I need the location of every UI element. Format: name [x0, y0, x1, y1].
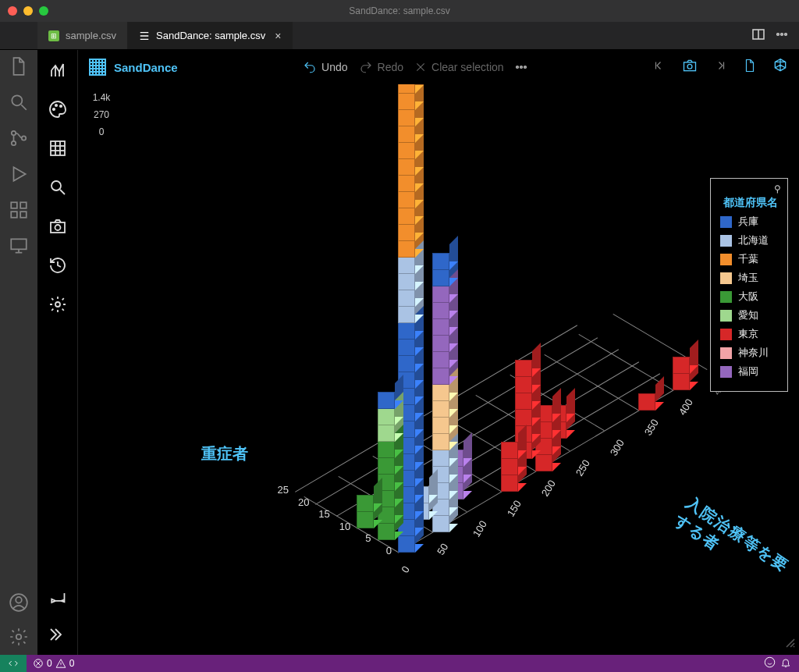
search-icon[interactable] [9, 92, 29, 112]
legend-item[interactable]: 福岡 [720, 364, 778, 379]
settings-icon[interactable] [48, 295, 67, 314]
data-cube[interactable] [432, 335, 449, 352]
maximize-icon[interactable] [39, 6, 48, 16]
data-cube[interactable] [535, 454, 552, 471]
history-icon[interactable] [48, 256, 67, 275]
legend-item[interactable]: 愛知 [720, 308, 778, 322]
close-icon[interactable]: × [275, 30, 281, 42]
data-cube[interactable] [432, 318, 449, 336]
chart-stage[interactable]: 1.4k 270 0 重症者 入院治療等を要する者 05010015020025… [78, 84, 799, 655]
data-cube[interactable] [432, 269, 449, 286]
data-cube[interactable] [432, 368, 449, 385]
data-cube[interactable] [515, 409, 532, 426]
more-icon[interactable] [776, 28, 788, 44]
legend-item[interactable]: 兵庫 [720, 215, 778, 229]
remote-icon[interactable] [9, 236, 29, 256]
git-icon[interactable] [9, 128, 29, 148]
legend-item[interactable]: 大阪 [720, 290, 778, 304]
bell-icon[interactable] [780, 657, 791, 670]
camera-icon[interactable] [682, 58, 698, 76]
legend-item[interactable]: 埼玉 [720, 271, 778, 285]
split-editor-icon[interactable] [752, 28, 765, 44]
chart-type-icon[interactable] [48, 61, 67, 80]
data-cube[interactable] [501, 458, 518, 475]
data-cube[interactable] [357, 495, 374, 512]
data-cube[interactable] [398, 240, 415, 258]
data-cube[interactable] [398, 93, 415, 110]
data-cube[interactable] [638, 393, 655, 411]
data-cube[interactable] [432, 450, 449, 467]
data-cube[interactable] [398, 257, 415, 274]
search-icon[interactable] [48, 178, 67, 197]
legend-item[interactable]: 神奈川 [720, 346, 778, 360]
data-cube[interactable] [398, 273, 415, 290]
data-cube[interactable] [398, 290, 415, 307]
data-cube[interactable] [378, 523, 395, 540]
data-cube[interactable] [398, 175, 415, 192]
file-icon[interactable] [743, 59, 757, 76]
data-cube[interactable] [673, 357, 690, 374]
gear-icon[interactable] [9, 627, 29, 647]
data-cube[interactable] [398, 306, 415, 323]
data-cube[interactable] [501, 475, 518, 492]
data-cube[interactable] [515, 360, 532, 377]
data-cube[interactable] [398, 126, 415, 143]
pin-icon[interactable]: ⚲ [774, 183, 781, 194]
data-cube[interactable] [432, 384, 449, 401]
color-icon[interactable] [48, 100, 67, 119]
3d-icon[interactable] [772, 58, 788, 76]
data-cube[interactable] [398, 224, 415, 241]
explorer-icon[interactable] [9, 56, 29, 76]
expand-icon[interactable] [48, 625, 67, 644]
undo-button[interactable]: Undo [303, 60, 347, 74]
problems-button[interactable]: 0 0 [27, 658, 80, 669]
3d-chart[interactable]: 0501001502002503003504004500510152025 [218, 84, 780, 631]
prev-icon[interactable] [652, 59, 666, 76]
pin-icon[interactable] [48, 589, 67, 608]
data-cube[interactable] [398, 355, 415, 372]
more-icon[interactable] [515, 61, 527, 73]
data-cube[interactable] [378, 425, 395, 442]
data-cube[interactable] [398, 339, 415, 356]
legend-item[interactable]: 東京 [720, 327, 778, 341]
minimize-icon[interactable] [23, 6, 33, 16]
extensions-icon[interactable] [9, 200, 29, 220]
data-cube[interactable] [432, 433, 449, 450]
accounts-icon[interactable] [9, 592, 29, 613]
data-cube[interactable] [378, 408, 395, 425]
data-cube[interactable] [432, 286, 449, 303]
redo-button[interactable]: Redo [359, 60, 403, 74]
data-cube[interactable] [432, 253, 449, 270]
data-cube[interactable] [515, 376, 532, 393]
data-cube[interactable] [398, 208, 415, 225]
data-cube[interactable] [432, 302, 449, 319]
data-cube[interactable] [673, 373, 690, 390]
legend-item[interactable]: 北海道 [720, 233, 778, 247]
run-icon[interactable] [9, 164, 29, 184]
data-cube[interactable] [398, 84, 415, 94]
close-icon[interactable] [8, 6, 17, 16]
data-cube[interactable] [357, 511, 374, 528]
data-cube[interactable] [501, 442, 518, 459]
data-cube[interactable] [398, 322, 415, 340]
data-cube[interactable] [432, 400, 449, 418]
data-cube[interactable] [432, 417, 449, 434]
legend-item[interactable]: 千葉 [720, 252, 778, 266]
data-cube[interactable] [378, 457, 395, 475]
tab-sample-csv[interactable]: ⊞ sample.csv [37, 22, 128, 49]
data-icon[interactable] [48, 139, 67, 158]
data-cube[interactable] [515, 393, 532, 410]
data-cube[interactable] [432, 515, 449, 532]
data-cube[interactable] [398, 191, 415, 208]
feedback-icon[interactable] [764, 656, 776, 670]
data-cube[interactable] [398, 158, 415, 176]
snapshot-icon[interactable] [48, 217, 67, 236]
data-cube[interactable] [378, 441, 395, 458]
data-cube[interactable] [432, 351, 449, 368]
clear-selection-button[interactable]: Clear selection [414, 61, 504, 73]
data-cube[interactable] [398, 109, 415, 126]
data-cube[interactable] [398, 142, 415, 159]
resize-handle[interactable] [782, 635, 799, 655]
next-icon[interactable] [713, 59, 727, 76]
data-cube[interactable] [378, 392, 395, 409]
